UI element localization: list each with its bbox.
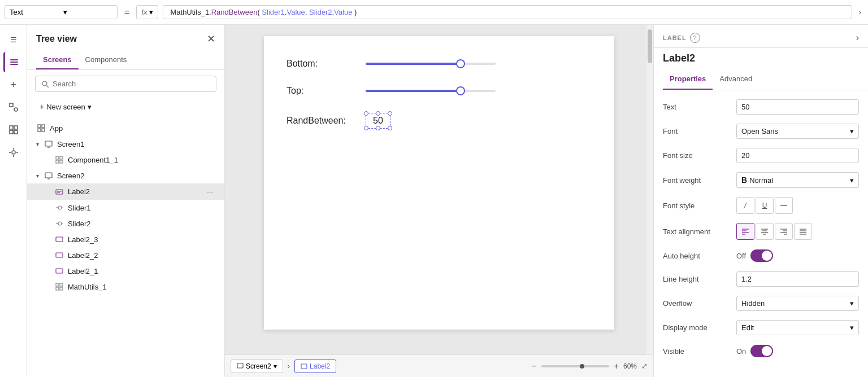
- font-prop-value: Open Sans ▾: [736, 124, 859, 139]
- align-left-button[interactable]: [736, 223, 754, 240]
- top-slider-thumb[interactable]: [456, 86, 465, 95]
- zoom-slider-container: [541, 365, 609, 367]
- font-weight-select[interactable]: B Normal ▾: [736, 172, 859, 188]
- visible-toggle[interactable]: [750, 345, 773, 357]
- handle-tr[interactable]: [388, 111, 392, 116]
- canvas-row-bottom: Bottom:: [287, 59, 592, 69]
- overflow-select[interactable]: Hidden ▾: [736, 296, 859, 311]
- top-slider-track[interactable]: [366, 90, 496, 92]
- italic-button[interactable]: /: [736, 197, 754, 214]
- tools-icon-btn[interactable]: [3, 142, 24, 163]
- font-size-input[interactable]: [736, 148, 859, 163]
- component-icon: [8, 125, 19, 135]
- svg-line-15: [47, 85, 49, 87]
- tree-item-screen1[interactable]: ▾ Screen1: [27, 136, 224, 152]
- tree-item-slider1[interactable]: Slider1: [27, 200, 224, 216]
- new-screen-button[interactable]: + New screen ▾: [35, 100, 96, 113]
- svg-point-32: [58, 206, 62, 209]
- canvas-row-top: Top:: [287, 86, 592, 96]
- line-height-input[interactable]: [736, 271, 859, 287]
- font-select[interactable]: Open Sans ▾: [736, 124, 859, 139]
- tree-item-component1_1[interactable]: Component1_1: [27, 152, 224, 168]
- handle-bm[interactable]: [376, 126, 380, 130]
- layers-icon-btn[interactable]: [3, 52, 24, 72]
- svg-rect-35: [56, 237, 63, 242]
- svg-rect-28: [56, 190, 63, 194]
- svg-rect-7: [10, 130, 13, 134]
- text-input[interactable]: [736, 99, 859, 115]
- tab-advanced[interactable]: Advanced: [713, 69, 759, 90]
- label2-tab[interactable]: Label2: [294, 360, 336, 373]
- tree-close-button[interactable]: ✕: [207, 33, 215, 45]
- tab-properties[interactable]: Properties: [663, 69, 713, 90]
- display-mode-select-chevron: ▾: [850, 323, 854, 332]
- svg-rect-19: [42, 129, 45, 131]
- canvas-vscroll[interactable]: [646, 25, 653, 354]
- align-justify-button[interactable]: [794, 223, 812, 240]
- underline-button[interactable]: U: [756, 197, 774, 214]
- hamburger-icon-btn[interactable]: ☰: [3, 29, 24, 50]
- bottom-slider-thumb[interactable]: [456, 59, 465, 68]
- zoom-minus-button[interactable]: −: [531, 361, 536, 371]
- label2-label: Label2: [68, 187, 201, 196]
- font-style-buttons: / U —: [736, 197, 859, 214]
- tree-item-label2_1[interactable]: Label2_1: [27, 263, 224, 279]
- handle-tm[interactable]: [376, 111, 380, 116]
- strikethrough-button[interactable]: —: [775, 197, 793, 214]
- screen1-chevron: ▾: [36, 141, 39, 147]
- plus-icon-btn[interactable]: +: [3, 74, 24, 95]
- label2-more-button[interactable]: ···: [205, 186, 215, 197]
- zoom-plus-button[interactable]: +: [614, 361, 619, 371]
- bottom-slider-track[interactable]: [366, 63, 496, 65]
- label2_1-icon: [54, 266, 64, 276]
- zoom-slider-thumb[interactable]: [580, 364, 584, 369]
- svg-rect-23: [60, 156, 63, 159]
- auto-height-toggle[interactable]: [750, 249, 773, 262]
- property-dropdown[interactable]: Text ▾: [5, 5, 118, 19]
- tree-item-label2[interactable]: Label2 ···: [27, 183, 224, 200]
- search-icon: [41, 80, 49, 88]
- tree-item-label2_2[interactable]: Label2_2: [27, 247, 224, 263]
- formula-bar[interactable]: MathUtils_1.RandBetween( Slider1.Value, …: [163, 5, 852, 19]
- component-icon-btn[interactable]: [3, 120, 24, 140]
- fx-chevron: ▾: [149, 8, 153, 16]
- align-center-button[interactable]: [756, 223, 774, 240]
- align-right-button[interactable]: [775, 223, 793, 240]
- right-panel-help-button[interactable]: ?: [690, 33, 700, 43]
- right-panel-close-button[interactable]: ›: [856, 33, 859, 43]
- canvas-vscroll-thumb[interactable]: [648, 29, 652, 63]
- tree-item-screen2[interactable]: ▾ Screen2: [27, 168, 224, 183]
- tree-item-label2_3[interactable]: Label2_3: [27, 231, 224, 247]
- canvas-expand-button[interactable]: ⤢: [641, 362, 648, 370]
- formula-expand-button[interactable]: ›: [857, 6, 863, 19]
- tab-components[interactable]: Components: [79, 51, 134, 69]
- svg-rect-20: [45, 141, 52, 146]
- new-screen-chevron: ▾: [88, 103, 92, 111]
- canvas-row-randbetween: RandBetween: 50: [287, 113, 592, 129]
- line-height-prop-label: Line height: [663, 275, 736, 283]
- handle-br[interactable]: [388, 126, 392, 130]
- display-mode-select[interactable]: Edit ▾: [736, 320, 859, 335]
- prop-auto-height: Auto height Off: [654, 244, 868, 267]
- font-weight-select-value: Normal: [749, 176, 773, 185]
- slider1-icon: [54, 203, 64, 213]
- bottom-label: Bottom:: [287, 59, 354, 69]
- handle-bl[interactable]: [364, 126, 368, 130]
- tree-item-mathutils_1[interactable]: MathUtils_1: [27, 279, 224, 295]
- tree-item-app[interactable]: App: [27, 120, 224, 136]
- label2_2-label: Label2_2: [68, 251, 215, 260]
- handle-tl[interactable]: [364, 111, 368, 116]
- fx-button[interactable]: fx ▾: [136, 5, 158, 19]
- tree-item-slider2[interactable]: Slider2: [27, 216, 224, 231]
- component1_1-icon: [54, 155, 64, 165]
- search-input[interactable]: [53, 80, 210, 88]
- svg-rect-17: [42, 125, 45, 128]
- tab-screens[interactable]: Screens: [36, 51, 79, 69]
- align-justify-icon: [799, 227, 807, 235]
- svg-rect-0: [10, 59, 18, 60]
- visible-prop-label: Visible: [663, 347, 736, 356]
- shapes-icon-btn[interactable]: [3, 97, 24, 117]
- label2-selected-box[interactable]: 50: [366, 113, 390, 129]
- text-prop-value: [736, 99, 859, 115]
- screen2-tab[interactable]: Screen2 ▾: [231, 360, 283, 373]
